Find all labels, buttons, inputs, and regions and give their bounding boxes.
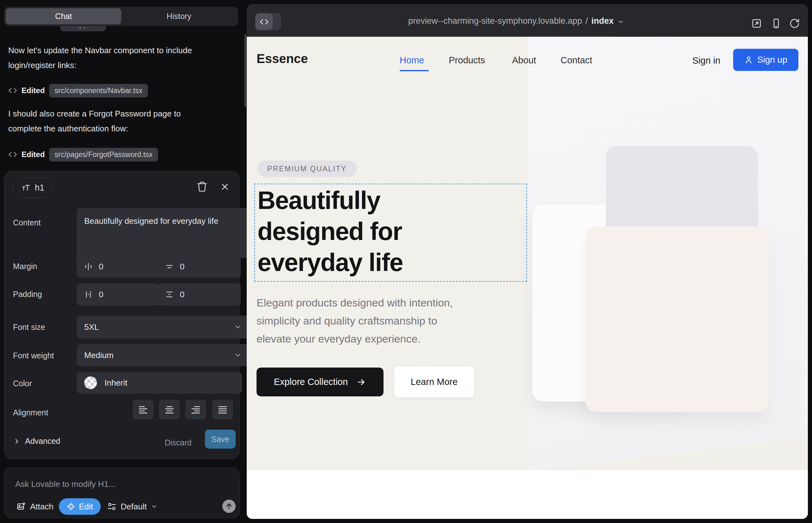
code-icon — [8, 150, 17, 159]
nav-link-products[interactable]: Products — [449, 55, 485, 66]
align-right-button[interactable] — [185, 400, 206, 419]
chevron-down-icon — [617, 18, 624, 25]
selected-element-chip: h1 — [13, 178, 53, 198]
chevron-down-icon — [234, 323, 242, 331]
align-center-icon — [164, 404, 175, 415]
nav-link-contact[interactable]: Contact — [561, 55, 592, 66]
color-select[interactable]: Inherit — [77, 372, 242, 394]
edited-file-chip[interactable]: src/pages/ForgotPassword.tsx — [49, 148, 158, 161]
tab-history[interactable]: History — [121, 7, 236, 26]
transparent-swatch-icon — [84, 376, 97, 389]
send-button[interactable] — [222, 500, 236, 513]
section-below-hero — [247, 470, 808, 519]
tab-chat[interactable]: Chat — [6, 8, 121, 24]
margin-y-input[interactable] — [179, 262, 218, 272]
active-nav-underline — [400, 70, 429, 71]
assistant-message: Now let's update the Navbar component to… — [8, 43, 198, 73]
close-icon — [220, 182, 230, 192]
hero-heading-line: designed for — [258, 216, 403, 247]
advanced-toggle[interactable]: Advanced — [13, 437, 60, 446]
margin-horizontal-icon — [84, 262, 93, 271]
arrow-right-icon — [356, 377, 366, 387]
padding-y-field — [158, 283, 241, 306]
trash-icon — [196, 181, 208, 192]
sign-in-button[interactable]: Sign in — [690, 55, 722, 66]
assistant-message: I should also create a Forgot Password p… — [8, 106, 198, 136]
font-size-select[interactable]: 5XL — [77, 315, 250, 339]
preview-panel: preview--charming-site-symphony.lovable.… — [247, 4, 808, 519]
margin-x-input[interactable] — [98, 262, 138, 272]
padding-x-input[interactable] — [98, 289, 138, 300]
content-label: Content — [13, 218, 41, 227]
chat-scrollbar[interactable] — [245, 34, 246, 107]
font-weight-value: Medium — [84, 350, 113, 360]
hero-heading-line: Beautifully — [258, 185, 403, 216]
sliders-icon — [107, 502, 117, 511]
refresh-button[interactable] — [789, 18, 800, 29]
hero-paragraph-line: Elegant products designed with intention… — [257, 294, 453, 312]
font-size-value: 5XL — [84, 322, 99, 332]
margin-y-field — [158, 255, 241, 278]
truncated-message-pill: ·· — [60, 26, 106, 31]
align-left-button[interactable] — [133, 400, 154, 419]
element-tag-label: h1 — [35, 183, 44, 193]
edited-file-chip[interactable]: src/components/Navbar.tsx — [49, 84, 147, 97]
site-viewport: Essence Home Products About Contact Sign… — [247, 37, 808, 519]
premium-quality-badge: PREMIUM QUALITY — [258, 161, 357, 177]
padding-horizontal-icon — [84, 290, 93, 299]
delete-element-button[interactable] — [196, 181, 208, 192]
color-label: Color — [13, 379, 32, 388]
align-right-icon — [191, 404, 201, 415]
learn-more-button[interactable]: Learn More — [394, 366, 474, 398]
mobile-view-button[interactable] — [771, 18, 782, 29]
code-icon — [8, 86, 17, 95]
padding-vertical-icon — [165, 290, 174, 299]
chat-history-tabs: Chat History — [4, 7, 238, 26]
content-textarea[interactable]: Beautifully designed for everyday life — [77, 208, 264, 258]
padding-y-input[interactable] — [179, 289, 218, 300]
nav-link-about[interactable]: About — [512, 55, 536, 66]
url-separator: / — [586, 16, 588, 26]
nav-link-home[interactable]: Home — [400, 55, 424, 66]
sign-up-button[interactable]: Sign up — [733, 49, 798, 71]
refresh-icon — [789, 18, 800, 29]
edited-file-row: Edited src/pages/ForgotPassword.tsx — [8, 147, 158, 161]
chat-composer: Attach Edit Default — [4, 468, 240, 518]
chevron-down-icon — [234, 351, 242, 359]
edit-mode-button[interactable]: Edit — [59, 498, 101, 515]
explore-collection-label: Explore Collection — [274, 377, 348, 387]
sign-up-label: Sign up — [757, 55, 787, 65]
advanced-label: Advanced — [25, 437, 60, 446]
align-justify-button[interactable] — [212, 400, 233, 419]
align-left-icon — [138, 404, 148, 415]
font-weight-label: Font weight — [13, 351, 54, 360]
typography-icon — [21, 183, 31, 193]
smartphone-icon — [771, 18, 782, 29]
model-mode-button[interactable]: Default — [105, 498, 160, 515]
explore-collection-button[interactable]: Explore Collection — [257, 367, 384, 396]
margin-x-field — [77, 255, 160, 278]
align-justify-icon — [217, 404, 228, 415]
hero-heading[interactable]: Beautifully designed for everyday life — [258, 185, 403, 278]
margin-vertical-icon — [165, 262, 174, 271]
alignment-label: Alignment — [13, 408, 48, 417]
element-editor-panel: h1 Content Beautifully designed for ever… — [4, 171, 240, 459]
font-weight-select[interactable]: Medium — [77, 344, 250, 366]
hero-paragraph-line: elevate your everyday experience. — [257, 330, 453, 348]
chevron-down-icon — [151, 503, 158, 510]
mode-label: Default — [121, 502, 147, 511]
composer-input[interactable] — [15, 475, 218, 493]
open-in-new-tab-button[interactable] — [751, 18, 762, 29]
attach-button[interactable]: Attach — [15, 498, 55, 515]
app-root: { "left_panel": { "tabs": { "chat": "Cha… — [0, 0, 812, 523]
save-button[interactable]: Save — [205, 430, 236, 449]
edit-label: Edit — [79, 502, 93, 511]
close-editor-button[interactable] — [220, 182, 230, 192]
url-breadcrumb[interactable]: preview--charming-site-symphony.lovable.… — [247, 16, 808, 26]
site-logo[interactable]: Essence — [257, 52, 308, 66]
discard-button[interactable]: Discard — [163, 438, 194, 448]
hero-heading-line: everyday life — [258, 247, 403, 278]
url-page: index — [591, 16, 614, 26]
user-icon — [744, 55, 753, 64]
align-center-button[interactable] — [159, 400, 180, 419]
